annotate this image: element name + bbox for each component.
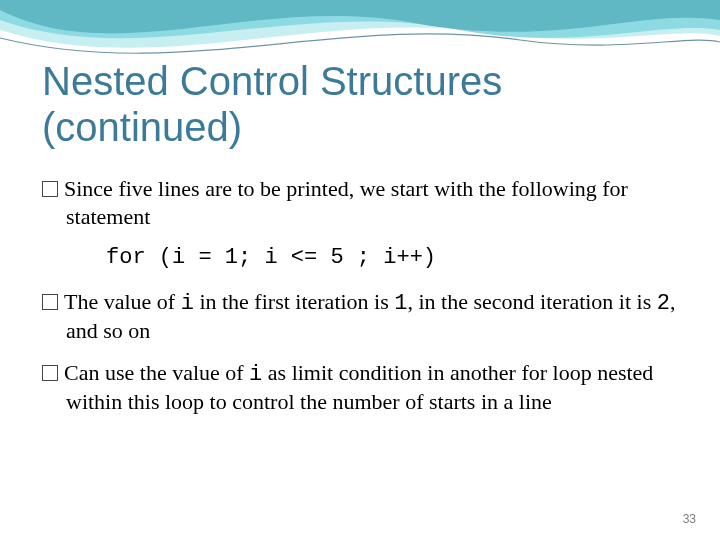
inline-code-2: 2: [657, 291, 670, 316]
bullet-square-icon: [42, 181, 58, 197]
inline-code-i: i: [181, 291, 194, 316]
slide-title: Nested Control Structures (continued): [42, 58, 680, 150]
bullet-square-icon: [42, 294, 58, 310]
bullet-3-pre: Can use the value of: [64, 360, 249, 385]
slide: Nested Control Structures (continued) Si…: [0, 0, 720, 540]
bullet-1-text: Since five lines are to be printed, we s…: [64, 176, 628, 229]
page-number: 33: [683, 512, 696, 526]
inline-code-i: i: [249, 362, 262, 387]
bullet-2-mid: in the first iteration is: [194, 289, 394, 314]
bullet-1: Since five lines are to be printed, we s…: [42, 175, 680, 230]
bullet-2-mid2: , in the second iteration it is: [407, 289, 656, 314]
bullet-3: Can use the value of i as limit conditio…: [42, 359, 680, 416]
inline-code-1: 1: [394, 291, 407, 316]
code-snippet: for (i = 1; i <= 5 ; i++): [106, 244, 680, 272]
bullet-square-icon: [42, 365, 58, 381]
bullet-2-pre: The value of: [64, 289, 181, 314]
bullet-2: The value of i in the first iteration is…: [42, 288, 680, 345]
slide-content: Since five lines are to be printed, we s…: [42, 175, 680, 430]
